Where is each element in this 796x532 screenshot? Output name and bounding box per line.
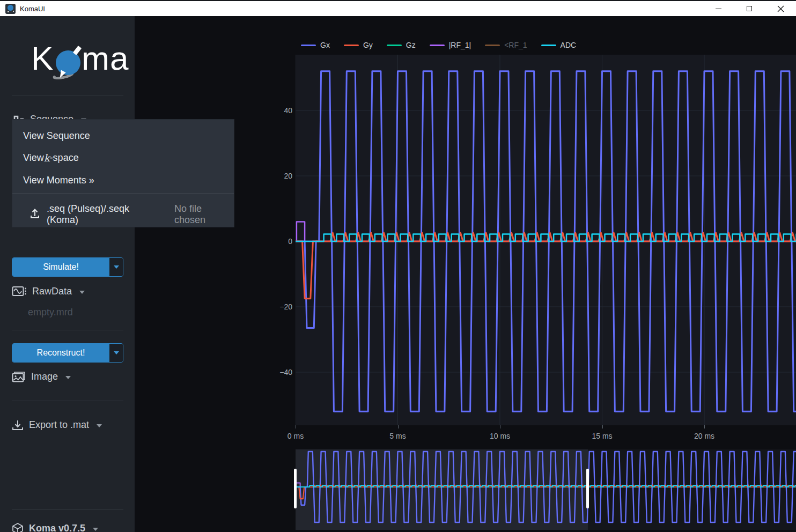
image-label: Image bbox=[31, 371, 58, 382]
divider bbox=[12, 330, 123, 330]
legend-label: ADC bbox=[561, 41, 577, 49]
rawdata-filename: empty.mrd bbox=[28, 307, 73, 318]
rangeslider-handle-left[interactable] bbox=[294, 469, 297, 508]
legend-swatch bbox=[541, 45, 556, 46]
menu-item-view-kspace[interactable]: View k-space bbox=[23, 150, 79, 165]
package-icon bbox=[12, 522, 24, 532]
logo-text-k: K bbox=[31, 42, 54, 75]
titlebar: KomaUI bbox=[0, 0, 796, 16]
x-tick-label: 0 ms bbox=[288, 432, 304, 440]
reconstruct-button[interactable]: Reconstruct! bbox=[12, 343, 123, 363]
menu-item-label: View Moments » bbox=[23, 175, 94, 186]
export-mat-dropdown[interactable]: Export to .mat bbox=[12, 419, 102, 431]
chevron-down-icon bbox=[93, 528, 98, 531]
x-tick-label: 20 ms bbox=[694, 432, 714, 440]
koma-globe-icon bbox=[55, 50, 80, 76]
close-button[interactable] bbox=[765, 1, 796, 16]
version-label: Koma v0.7.5 bbox=[29, 523, 85, 532]
koma-app-icon bbox=[5, 4, 16, 14]
download-icon bbox=[12, 419, 24, 431]
minimize-button[interactable] bbox=[703, 1, 734, 16]
simulate-button-label: Simulate! bbox=[12, 258, 109, 276]
menu-item-view-moments[interactable]: View Moments » bbox=[23, 173, 94, 188]
legend-item-gx[interactable]: Gx bbox=[301, 41, 330, 49]
plot-panel: GxGyGz|RF_1|<RF_1ADC 0 ms5 ms10 ms15 ms2… bbox=[135, 16, 796, 532]
maximize-icon bbox=[747, 6, 752, 11]
divider bbox=[12, 401, 123, 401]
rangeslider-handle-right[interactable] bbox=[586, 469, 589, 508]
logo-text-ma: ma bbox=[82, 42, 129, 75]
reconstruct-dropdown-toggle[interactable] bbox=[109, 344, 123, 362]
upload-icon bbox=[30, 208, 40, 221]
x-tick-mark bbox=[398, 425, 399, 428]
menu-divider bbox=[12, 193, 234, 194]
x-tick-label: 15 ms bbox=[592, 432, 612, 440]
legend-swatch bbox=[430, 45, 445, 46]
upload-status: No file chosen bbox=[174, 203, 234, 226]
version-dropdown[interactable]: Koma v0.7.5 bbox=[12, 522, 98, 532]
x-tick-mark bbox=[704, 425, 705, 428]
close-icon bbox=[777, 5, 784, 12]
legend-swatch bbox=[485, 45, 500, 46]
legend-swatch bbox=[301, 45, 316, 46]
y-tick-label: 20 bbox=[271, 172, 292, 180]
legend-item-gy[interactable]: Gy bbox=[344, 41, 373, 49]
menu-item-label: View bbox=[23, 152, 44, 164]
y-tick-label: 40 bbox=[271, 106, 292, 115]
menu-item-view-sequence[interactable]: View Sequence bbox=[23, 128, 90, 143]
legend-item-rf1[interactable]: |RF_1| bbox=[430, 41, 471, 49]
simulate-button[interactable]: Simulate! bbox=[12, 257, 123, 277]
simulate-dropdown-toggle[interactable] bbox=[109, 258, 123, 276]
divider bbox=[12, 509, 123, 510]
x-tick-label: 5 ms bbox=[389, 432, 406, 440]
maximize-button[interactable] bbox=[734, 1, 765, 16]
x-tick-mark bbox=[500, 425, 500, 428]
reconstruct-button-label: Reconstruct! bbox=[12, 344, 109, 362]
chevron-down-icon bbox=[114, 351, 119, 354]
x-tick-label: 10 ms bbox=[490, 432, 510, 440]
image-dropdown[interactable]: Image bbox=[12, 371, 71, 382]
koma-logo: K ma bbox=[31, 42, 129, 76]
rawdata-label: RawData bbox=[32, 286, 72, 297]
chevron-down-icon bbox=[97, 424, 102, 427]
chevron-down-icon bbox=[79, 291, 85, 294]
legend-item-gz[interactable]: Gz bbox=[387, 41, 416, 49]
chevron-down-icon bbox=[65, 376, 71, 379]
x-tick-mark bbox=[296, 425, 296, 428]
legend-label: |RF_1| bbox=[449, 41, 471, 49]
window-title: KomaUI bbox=[20, 5, 45, 13]
legend-swatch bbox=[387, 45, 402, 46]
x-tick-mark bbox=[602, 425, 603, 428]
seq-file-upload[interactable]: .seq (Pulseq)/.seqk (Koma) No file chose… bbox=[30, 203, 234, 226]
y-tick-label: −40 bbox=[271, 368, 292, 376]
plot-legend: GxGyGz|RF_1|<RF_1ADC bbox=[301, 41, 576, 49]
divider bbox=[12, 95, 123, 95]
sequence-menu: View Sequence View k-space View Moments … bbox=[12, 119, 234, 227]
legend-label: Gy bbox=[363, 41, 373, 49]
legend-label: <RF_1 bbox=[504, 41, 527, 49]
upload-label: .seq (Pulseq)/.seqk (Koma) bbox=[47, 203, 160, 226]
sequence-plot[interactable] bbox=[296, 55, 796, 425]
kspace-k-glyph: k bbox=[44, 152, 50, 164]
legend-label: Gx bbox=[320, 41, 330, 49]
y-tick-label: 0 bbox=[271, 237, 292, 246]
komaui-window: KomaUI K ma Sequence Simulate! bbox=[0, 0, 796, 532]
legend-item-adc[interactable]: ADC bbox=[541, 41, 577, 49]
export-mat-label: Export to .mat bbox=[29, 419, 89, 431]
legend-label: Gz bbox=[406, 41, 416, 49]
rangeslider-plot bbox=[296, 449, 796, 530]
minimize-icon bbox=[716, 9, 721, 9]
chevron-down-icon bbox=[114, 265, 119, 269]
sidebar: K ma Sequence Simulate! RawData empty. bbox=[0, 16, 135, 532]
legend-swatch bbox=[344, 45, 359, 46]
picture-icon bbox=[12, 371, 26, 382]
legend-item-rf1[interactable]: <RF_1 bbox=[485, 41, 527, 49]
menu-item-label: -space bbox=[50, 152, 79, 164]
y-tick-label: −20 bbox=[271, 302, 292, 311]
oscilloscope-icon bbox=[12, 285, 27, 297]
menu-item-label: View Sequence bbox=[23, 130, 90, 142]
rawdata-dropdown[interactable]: RawData bbox=[12, 285, 85, 297]
